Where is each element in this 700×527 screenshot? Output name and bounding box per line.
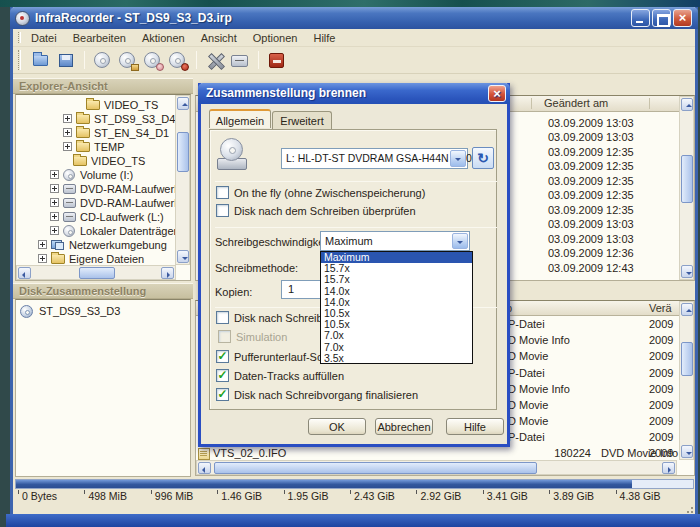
date-cell[interactable]: 03.09.2009 12:35 bbox=[548, 160, 634, 172]
minimize-button[interactable] bbox=[631, 9, 650, 27]
finalize-disc-label: Disk nach Schreibvorgang finalisieren bbox=[234, 389, 418, 401]
date-cell[interactable]: 03.09.2009 12:35 bbox=[548, 189, 634, 201]
toolbar-grip[interactable] bbox=[18, 50, 21, 70]
verify-disc-checkbox[interactable] bbox=[216, 204, 229, 217]
tree-item[interactable]: Volume (I:) bbox=[16, 168, 174, 182]
dropdown-option[interactable]: 7.0x bbox=[321, 342, 472, 353]
tree-item[interactable]: CD-Laufwerk (L:) bbox=[16, 210, 174, 224]
capacity-tick: 996 MiB bbox=[150, 490, 216, 503]
tree-item[interactable]: DVD-RAM-Laufwerk ( bbox=[16, 182, 174, 196]
tab-allgemein[interactable]: Allgemein bbox=[209, 109, 271, 128]
eject-after-write-checkbox[interactable] bbox=[216, 311, 229, 324]
drive-select[interactable]: L: HL-DT-ST DVDRAM GSA-H44N RB02 bbox=[281, 148, 468, 169]
menubar: Datei Bearbeiten Aktionen Ansicht Option… bbox=[13, 29, 695, 47]
copy-disc-icon[interactable] bbox=[118, 51, 138, 70]
cancel-button[interactable]: Abbrechen bbox=[375, 418, 433, 435]
save-project-icon[interactable] bbox=[56, 51, 76, 70]
burn-image-icon[interactable] bbox=[168, 51, 188, 70]
write-method-label: Schreibmethode: bbox=[215, 262, 298, 274]
photo-edge-top bbox=[0, 0, 700, 7]
exit-icon[interactable] bbox=[267, 51, 287, 70]
burn-compilation-icon[interactable] bbox=[93, 51, 113, 70]
recorder-drive-icon bbox=[215, 138, 249, 170]
tree-item[interactable]: DVD-RAM-Laufwerk ( bbox=[16, 196, 174, 210]
dialog-titlebar[interactable]: Zusammenstellung brennen × bbox=[198, 83, 510, 104]
tree-vertical-scrollbar[interactable] bbox=[175, 95, 190, 265]
tab-erweitert[interactable]: Erweitert bbox=[272, 111, 332, 130]
date-cell[interactable]: 03.09.2009 13:03 bbox=[548, 131, 634, 143]
tree-item[interactable]: VIDEO_TS bbox=[16, 154, 174, 168]
tools-icon[interactable] bbox=[205, 51, 225, 70]
toolbar-separator bbox=[196, 51, 197, 69]
menu-aktionen[interactable]: Aktionen bbox=[142, 32, 185, 44]
app-icon bbox=[15, 11, 30, 26]
date-cell[interactable]: 03.09.2009 13:03 bbox=[548, 117, 634, 129]
tree-item[interactable]: VIDEO_TS bbox=[16, 98, 174, 112]
dropdown-option[interactable]: 15.7x bbox=[321, 274, 472, 285]
capacity-tick: 2.43 GiB bbox=[349, 490, 415, 503]
on-the-fly-checkbox[interactable] bbox=[216, 186, 229, 199]
open-project-icon[interactable] bbox=[31, 51, 51, 70]
disc-capacity-bar bbox=[15, 479, 694, 489]
chevron-down-icon[interactable] bbox=[452, 233, 468, 249]
close-button[interactable]: × bbox=[673, 9, 692, 27]
date-cell[interactable]: 03.09.2009 12:35 bbox=[548, 204, 634, 216]
on-the-fly-label: On the fly (ohne Zwischenspeicherung) bbox=[234, 187, 425, 199]
menu-bearbeiten[interactable]: Bearbeiten bbox=[73, 32, 126, 44]
manage-tracks-icon[interactable] bbox=[143, 51, 163, 70]
tree-item[interactable]: ST_EN_S4_D1 bbox=[16, 126, 174, 140]
menu-ansicht[interactable]: Ansicht bbox=[201, 32, 237, 44]
project-list-vertical-scrollbar[interactable] bbox=[679, 96, 694, 280]
date-cell[interactable]: 03.09.2009 12:43 bbox=[548, 262, 634, 274]
tree-horizontal-scrollbar[interactable] bbox=[16, 265, 176, 280]
date-cell[interactable]: 03.09.2009 12:36 bbox=[548, 247, 634, 259]
finalize-disc-checkbox[interactable]: ✓ bbox=[216, 388, 229, 401]
tree-item[interactable]: TEMP bbox=[16, 140, 174, 154]
photo-edge-left bbox=[0, 0, 12, 527]
devices-icon[interactable] bbox=[230, 51, 250, 70]
date-cell[interactable]: 03.09.2009 13:03 bbox=[548, 218, 634, 230]
resize-grip[interactable] bbox=[684, 504, 693, 513]
compilation-item[interactable]: ST_DS9_S3_D3 bbox=[16, 304, 186, 318]
capacity-tick: 0 Bytes bbox=[17, 490, 83, 503]
tree-item[interactable]: ST_DS9_S3_D4 bbox=[16, 112, 174, 126]
explorer-panel-title: Explorer-Ansicht bbox=[19, 80, 108, 92]
toolbar-separator bbox=[84, 51, 85, 69]
column-geaendert-am[interactable]: Geändert am bbox=[544, 97, 608, 109]
file-icon bbox=[198, 448, 210, 460]
file-list-horizontal-scrollbar[interactable] bbox=[196, 460, 677, 475]
titlebar[interactable]: InfraRecorder - ST_DS9_S3_D3.irp × bbox=[10, 7, 698, 29]
tree-item[interactable]: Eigene Dateien bbox=[16, 252, 174, 266]
dropdown-option[interactable]: 3.5x bbox=[321, 353, 472, 364]
date-cell[interactable]: 03.09.2009 12:35 bbox=[548, 175, 634, 187]
file-list-vertical-scrollbar[interactable] bbox=[679, 301, 694, 460]
maximize-button[interactable] bbox=[652, 9, 671, 27]
menu-optionen[interactable]: Optionen bbox=[253, 32, 298, 44]
buffer-underrun-checkbox[interactable]: ✓ bbox=[216, 350, 229, 363]
tree-item[interactable]: Netzwerkumgebung bbox=[16, 238, 174, 252]
toolbar-separator bbox=[258, 51, 259, 69]
help-button[interactable]: Hilfe bbox=[446, 418, 504, 435]
menu-hilfe[interactable]: Hilfe bbox=[313, 32, 335, 44]
simulation-checkbox bbox=[218, 330, 231, 343]
window-title: InfraRecorder - ST_DS9_S3_D3.irp bbox=[35, 11, 232, 25]
capacity-tick: 3.41 GiB bbox=[482, 490, 548, 503]
menu-datei[interactable]: Datei bbox=[31, 32, 57, 44]
menubar-grip[interactable] bbox=[18, 32, 21, 43]
dialog-close-button[interactable]: × bbox=[488, 85, 506, 102]
capacity-tick: 3.89 GiB bbox=[548, 490, 614, 503]
write-speed-label: Schreibgeschwindigkeit: bbox=[215, 236, 333, 248]
date-cell[interactable]: 03.09.2009 12:35 bbox=[548, 146, 634, 158]
pad-tracks-checkbox[interactable]: ✓ bbox=[216, 369, 229, 382]
date-cell[interactable]: 03.09.2009 13:03 bbox=[548, 233, 634, 245]
disk-compilation-panel: ST_DS9_S3_D3 bbox=[15, 299, 191, 477]
refresh-drives-button[interactable]: ↻ bbox=[472, 147, 494, 169]
dropdown-option[interactable]: 7.0x bbox=[321, 330, 472, 341]
ok-button[interactable]: OK bbox=[308, 418, 366, 435]
pad-tracks-label: Daten-Tracks auffüllen bbox=[234, 370, 344, 382]
write-speed-select[interactable]: Maximum bbox=[320, 231, 470, 251]
chevron-down-icon[interactable] bbox=[450, 150, 466, 167]
tree-item[interactable]: Lokaler Datenträger bbox=[16, 224, 174, 238]
column-veraendert-fragment[interactable]: Verä bbox=[649, 302, 672, 314]
copies-label: Kopien: bbox=[215, 286, 252, 298]
